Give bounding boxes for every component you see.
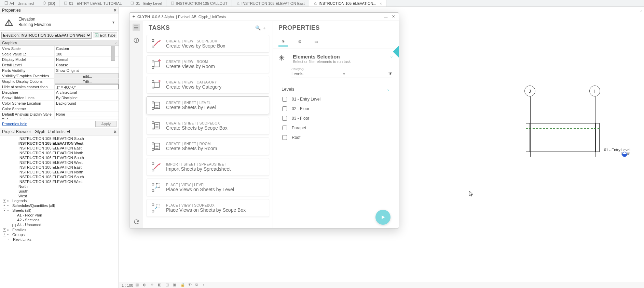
grid-marker-right[interactable]: I [589, 86, 600, 96]
property-row[interactable]: Show Hidden LinesBy Discipline [0, 95, 119, 101]
properties-help-link[interactable]: Properties help [2, 122, 27, 126]
rail-tasks-icon[interactable] [133, 24, 140, 31]
tree-view-item[interactable]: INSTRUCTION 105 ELEVATION West [0, 141, 119, 146]
property-value[interactable]: Normal [55, 57, 119, 62]
tree-view-item[interactable]: INSTRUCTION 106 ELEVATION South [0, 155, 119, 160]
expand-icon[interactable]: + [3, 228, 6, 232]
expand-icon[interactable]: + [12, 224, 16, 227]
type-selector[interactable]: Elevation Building Elevation ▼ [0, 14, 119, 31]
view-tab[interactable]: INSTRUCTION 105 ELEVATION East [232, 0, 309, 6]
property-row[interactable]: Scale Value 1:100 [0, 51, 119, 57]
close-icon[interactable]: × [380, 1, 382, 5]
property-row[interactable]: Detail LevelCoarse [0, 62, 119, 68]
property-row[interactable]: Color Scheme [0, 106, 119, 112]
run-button[interactable] [375, 210, 390, 225]
property-row[interactable]: Parts VisibilityShow Original [0, 68, 119, 73]
level-head-icon[interactable] [621, 151, 628, 157]
property-value[interactable] [55, 106, 119, 111]
task-card[interactable]: CREATE | VIEW | SCOPEBOXCreate Views by … [147, 35, 269, 53]
tree-view-item[interactable]: INSTRUCTION 105 ELEVATION South [0, 136, 119, 141]
tree-sheet-item[interactable]: A2 - Sections [0, 218, 119, 222]
task-card[interactable]: CREATE | SHEET | ROOMCreate Sheets by Ro… [147, 138, 269, 155]
drawing-canvas[interactable]: ‹ ✦ GLYPH 0.0.6.3 Alpha | EvolveLAB Glyp… [119, 7, 644, 288]
property-row[interactable]: Visibility/Graphics OverridesEdit... [0, 73, 119, 79]
close-icon[interactable]: × [114, 129, 117, 134]
tree-view-item[interactable]: INSTRUCTION 106 ELEVATION North [0, 150, 119, 155]
selection-tab-icon[interactable]: ✳ [278, 37, 288, 47]
task-card[interactable]: PLACE | VIEW | LEVELPlace Views on Sheet… [147, 179, 269, 196]
filter-icon[interactable]: ⧩ [388, 71, 392, 76]
project-browser-tree[interactable]: INSTRUCTION 105 ELEVATION SouthINSTRUCTI… [0, 135, 119, 288]
task-card[interactable]: CREATE | SHEET | LEVELCreate Sheets by L… [147, 96, 269, 114]
checkbox[interactable] [282, 106, 287, 111]
side-expander[interactable]: ‹ [638, 7, 644, 15]
tree-view-item[interactable]: North [0, 184, 119, 189]
task-card[interactable]: IMPORT | SHEET | SPREADSHEETImport Sheet… [147, 158, 269, 176]
view-tab[interactable]: INSTRUCTION 105 CALLOUT [166, 0, 232, 6]
tree-view-item[interactable]: INSTRUCTION 108 ELEVATION North [0, 170, 119, 174]
search-icon[interactable]: 🔍 [255, 25, 261, 30]
checkbox[interactable] [282, 135, 287, 140]
apply-button[interactable]: Apply [95, 121, 117, 127]
property-value[interactable]: Architectural [55, 90, 119, 95]
level-checkbox-item[interactable]: Roof [280, 133, 392, 142]
property-value[interactable]: Show Original [55, 68, 119, 73]
checkbox[interactable] [282, 126, 287, 130]
task-card[interactable]: CREATE | VIEW | ROOMCreate Views by Room [147, 55, 269, 73]
property-row[interactable]: Graphic Display OptionsEdit... [0, 79, 119, 84]
view-tab[interactable]: {3D} [38, 0, 59, 6]
tree-view-item[interactable]: South [0, 189, 119, 194]
property-value[interactable] [55, 117, 119, 119]
tree-category[interactable]: ▫Revit Links [0, 237, 119, 242]
tree-view-item[interactable]: West [0, 194, 119, 198]
tree-view-item[interactable]: INSTRUCTION 108 ELEVATION West [0, 179, 119, 184]
task-card[interactable]: CREATE | VIEW | CATEGORYCreate Views by … [147, 76, 269, 94]
expand-icon[interactable]: + [3, 233, 6, 236]
property-value[interactable]: By Discipline [55, 95, 119, 100]
property-row[interactable]: DisciplineArchitectural [0, 90, 119, 95]
property-row[interactable]: Hide at scales coarser than1" = 400'-0" [0, 84, 119, 90]
property-row[interactable]: Color Scheme LocationBackground [0, 101, 119, 106]
property-row[interactable]: Default Analysis Display StyleNone [0, 112, 119, 117]
property-value[interactable]: Background [55, 101, 119, 106]
graphic-display-icon[interactable]: ◐ [143, 283, 148, 288]
mini-expand-icon[interactable]: ⌵ [115, 41, 117, 45]
tree-category[interactable]: +▫Legends [0, 198, 119, 203]
rail-info-icon[interactable] [133, 37, 140, 44]
add-icon[interactable]: ＋ [261, 25, 267, 31]
glyph-title-bar[interactable]: ✦ GLYPH 0.0.6.3 Alpha | EvolveLAB Glyph_… [129, 13, 399, 21]
property-row[interactable]: View ScaleCustom [0, 46, 119, 51]
checkbox[interactable] [282, 97, 287, 102]
settings-tab-icon[interactable]: ⚙ [295, 37, 304, 47]
temp-hide-icon[interactable]: 👁 [188, 283, 193, 288]
levels-expander[interactable]: Levels ⌄ [280, 84, 392, 94]
property-value[interactable]: Edit... [55, 79, 119, 84]
sun-path-icon[interactable]: ⛭ [150, 283, 156, 288]
shadows-icon[interactable]: ◧ [158, 283, 163, 288]
close-icon[interactable]: ✕ [390, 14, 396, 19]
edit-type-button[interactable]: Edit Type [93, 32, 117, 38]
instance-selector[interactable]: Elevation: INSTRUCTION 105 ELEVATION Wes… [1, 32, 92, 39]
task-card[interactable]: PLACE | VIEW | SCOPEBOXPlace Views on Sh… [147, 199, 269, 217]
grid-marker-left[interactable]: J [524, 86, 535, 96]
tree-sheet-item[interactable]: +A4 - Unnamed [0, 222, 119, 227]
property-value[interactable]: None [55, 112, 119, 117]
rail-refresh-icon[interactable] [133, 218, 140, 225]
expand-icon[interactable]: - [3, 209, 6, 212]
view-tab[interactable]: A4 - Unnamed [0, 0, 38, 6]
scale-label[interactable]: 1 : 100 [122, 283, 133, 287]
checkbox[interactable] [282, 116, 287, 121]
chevron-down-icon[interactable]: ▼ [110, 19, 117, 26]
view-tab[interactable]: 01 - Entry Level [126, 0, 166, 6]
property-value[interactable]: 100 [55, 51, 119, 56]
crop-region-icon[interactable]: ▣ [173, 283, 178, 288]
reveal-icon[interactable]: ⧉ [195, 283, 201, 288]
view-tab[interactable]: INSTRUCTION 105 ELEVATION...× [309, 0, 386, 6]
model-graphics-icon[interactable]: ▦ [135, 283, 141, 288]
expand-icon[interactable]: + [3, 199, 6, 202]
tree-view-item[interactable]: INSTRUCTION 106 ELEVATION West [0, 160, 119, 165]
chevron-down-icon[interactable]: ⌄ [390, 54, 393, 58]
minimize-icon[interactable]: — [383, 15, 388, 19]
lock-icon[interactable]: 🔒 [180, 283, 186, 288]
chevron-down-icon[interactable]: ⌄ [386, 87, 390, 92]
